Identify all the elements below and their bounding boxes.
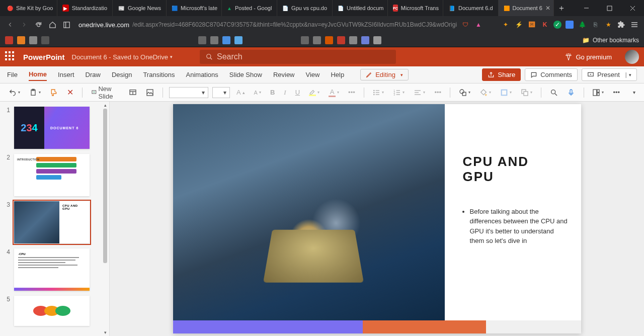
extension-icon[interactable]: ⎘ [591,20,600,29]
decrease-font-button[interactable]: A▾ [252,88,264,97]
new-slide-button[interactable]: New Slide [89,83,123,102]
bookmark-item[interactable] [325,36,333,44]
close-tab-icon[interactable]: ✕ [545,5,550,12]
increase-font-button[interactable]: A▴ [234,87,248,98]
bookmark-item[interactable] [373,36,381,44]
slide-title[interactable]: CPU ANDGPU [463,154,568,185]
tab-transitions[interactable]: Transitions [143,69,175,80]
present-button[interactable]: Present│ ▾ [582,68,637,81]
browser-tab[interactable]: 🟦Microsoft's late [167,0,222,16]
bullets-button[interactable]: ▾ [370,87,386,98]
bookmark-item[interactable] [301,36,309,44]
bookmark-item[interactable] [29,36,37,44]
search-input[interactable]: Search [200,50,396,64]
more-font-button[interactable]: ••• [346,87,358,98]
highlight-color-button[interactable]: ▾ [306,87,322,98]
designer-button[interactable]: ▾ [590,87,606,98]
bookmark-item[interactable] [17,36,25,44]
tab-help[interactable]: Help [331,69,344,80]
extension-icon[interactable] [566,21,574,29]
undo-button[interactable]: ▾ [6,87,23,98]
shapes-button[interactable]: ▾ [456,87,473,98]
browser-tab[interactable]: 🔴Site Kit by Goo [2,0,57,16]
shape-outline-button[interactable]: ▾ [498,87,514,98]
browser-tab[interactable]: 📄Untitled docum [333,0,388,16]
image-button[interactable] [143,87,156,98]
tab-file[interactable]: File [7,69,18,80]
scrollbar-handle[interactable] [103,109,107,263]
user-avatar[interactable] [625,50,639,64]
extension-icon[interactable]: K [540,20,549,29]
layout-button[interactable] [126,87,139,98]
slide-thumbnail[interactable] [14,296,90,326]
extension-icon[interactable]: 🅼 [527,20,536,29]
browser-tab[interactable]: ▲Posted - Googl [222,0,277,16]
browser-tab[interactable]: ▶Standardizatio [57,0,113,16]
sidepanel-icon[interactable] [61,20,71,30]
back-button[interactable] [5,20,15,30]
url-field[interactable]: onedrive.live.com/edit.aspx?resid=468F60… [75,21,457,29]
more-commands-button[interactable]: ••• [610,87,622,98]
browser-tab[interactable]: 📘Document 6.d [443,0,498,16]
bookmark-item[interactable] [361,36,369,44]
font-name-select[interactable]: ▾ [169,87,208,98]
font-size-select[interactable]: ▾ [212,87,230,98]
tab-home[interactable]: Home [29,68,47,81]
comments-button[interactable]: Comments [525,68,578,81]
extension-icon[interactable]: ⚡ [514,20,523,29]
slide-canvas[interactable]: CPU ANDGPU Before talking about the diff… [173,104,581,333]
tab-draw[interactable]: Draw [86,69,101,80]
slide-canvas-area[interactable]: CPU ANDGPU Before talking about the diff… [110,102,644,336]
numbering-button[interactable]: 123▾ [390,87,407,98]
shape-fill-button[interactable]: ▾ [477,87,494,98]
thumbnail-scrollbar[interactable]: ▴ ▾ [102,102,108,336]
browser-tab[interactable]: 📄Gpu vs cpu.do [277,0,333,16]
extensions-puzzle-icon[interactable] [617,20,626,29]
paste-button[interactable]: ▾ [27,87,43,98]
scroll-down-icon[interactable]: ▾ [102,329,108,336]
maximize-button[interactable] [598,0,621,16]
slide-thumbnail[interactable]: CPU ANDGPU [14,201,90,243]
find-button[interactable] [547,87,560,98]
new-tab-button[interactable]: ＋ [554,0,569,16]
go-premium-button[interactable]: Go premium [565,53,612,61]
tab-view[interactable]: View [306,69,320,80]
collapse-ribbon-button[interactable]: ▾ [630,88,638,97]
italic-button[interactable]: I [281,87,288,98]
more-paragraph-button[interactable]: ••• [432,87,444,98]
browser-tab[interactable]: 📰Google News [113,0,167,16]
extension-icon[interactable]: ✦ [501,20,510,29]
bookmark-item[interactable] [234,36,243,44]
extension-icon[interactable]: ✓ [553,21,561,29]
bookmark-item[interactable] [210,36,218,44]
home-button[interactable] [47,20,57,30]
bold-button[interactable]: B [268,87,277,98]
bookmark-item[interactable] [222,36,230,44]
tab-slideshow[interactable]: Slide Show [229,69,262,80]
slide-text-area[interactable]: CPU ANDGPU Before talking about the diff… [445,104,581,333]
slide-bullet[interactable]: Before talking about the differences bet… [470,207,568,246]
delete-button[interactable]: ✕ [64,86,76,99]
bookmark-item[interactable] [41,36,49,44]
browser-menu-icon[interactable] [630,20,639,29]
bookmark-item[interactable] [5,36,13,44]
slide-thumbnail[interactable]: -CPU [14,248,90,291]
other-bookmarks-button[interactable]: 📁Other bookmarks [582,37,639,44]
minimize-button[interactable] [575,0,598,16]
editing-mode-button[interactable]: Editing▾ [360,69,409,80]
slide-thumbnail[interactable]: 234 DOCUMENT 6 [14,107,90,149]
underline-button[interactable]: U [293,87,302,98]
reload-button[interactable] [33,20,43,30]
bookmark-item[interactable] [337,36,345,44]
brave-shield-icon[interactable]: 🛡 [461,20,470,29]
format-painter-button[interactable] [47,87,60,98]
font-color-button[interactable]: A▾ [326,87,342,99]
browser-tab[interactable]: PCMicrosoft Trans [388,0,443,16]
slide-image[interactable] [173,104,445,320]
dictate-button[interactable] [565,87,578,98]
brave-rewards-icon[interactable]: ▲ [474,20,483,29]
bookmark-item[interactable] [313,36,321,44]
slide-thumbnail[interactable]: INTRODUCTION [14,154,90,196]
share-button[interactable]: Share [482,68,521,81]
bookmark-item[interactable] [198,36,206,44]
